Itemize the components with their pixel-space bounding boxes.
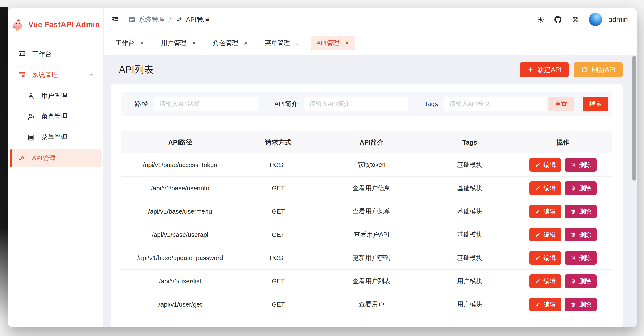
- actions-cell: 编辑 删除: [514, 228, 612, 241]
- delete-button[interactable]: 删除: [565, 298, 596, 311]
- vertical-scrollbar[interactable]: [632, 56, 636, 180]
- filter-panel: 路径 API简介 Tags 重置 搜索: [121, 92, 612, 116]
- refresh-api-button[interactable]: 刷新API: [574, 62, 623, 77]
- breadcrumb-parent-label: 系统管理: [138, 15, 164, 24]
- breadcrumb-current[interactable]: API管理: [176, 15, 210, 24]
- person-icon: [27, 92, 35, 100]
- close-icon[interactable]: [345, 41, 350, 45]
- edit-button[interactable]: 编辑: [530, 205, 561, 218]
- chicken-logo-icon: [11, 18, 24, 31]
- create-api-button[interactable]: 新建API: [520, 62, 569, 77]
- pencil-icon: [535, 162, 540, 168]
- create-api-label: 新建API: [537, 65, 562, 74]
- method-cell: GET: [239, 231, 318, 238]
- api-path-cell: /api/v1/base/access_token: [121, 162, 239, 169]
- theme-toggle-button[interactable]: [537, 16, 544, 23]
- nav-tab[interactable]: 菜单管理: [259, 36, 306, 50]
- delete-button[interactable]: 删除: [565, 181, 596, 195]
- delete-button[interactable]: 删除: [565, 228, 596, 241]
- breadcrumb-current-label: API管理: [186, 15, 210, 24]
- list-square-icon: [27, 134, 35, 142]
- actions-cell: 编辑 删除: [514, 275, 612, 288]
- plug-icon: [18, 154, 26, 162]
- pencil-icon: [535, 255, 540, 261]
- summary-cell: 获取token: [318, 161, 426, 169]
- sidebar-item-label: 系统管理: [32, 70, 58, 79]
- app-window: Vue FastAPI Admin 工作台 系统管理: [8, 8, 637, 327]
- sidebar-item-label: 工作台: [32, 50, 52, 58]
- delete-button[interactable]: 删除: [565, 205, 596, 218]
- table-row: /api/v1/base/usermenu GET 查看用户菜单 基础模块 编辑…: [121, 200, 612, 223]
- close-icon[interactable]: [140, 41, 144, 45]
- sidebar-item-system[interactable]: 系统管理: [10, 66, 102, 84]
- api-path-cell: /api/v1/user/list: [121, 278, 239, 285]
- sidebar-menu: 工作台 系统管理 用户管理: [8, 41, 104, 169]
- edit-button[interactable]: 编辑: [530, 275, 561, 288]
- tags-filter-input[interactable]: [444, 97, 548, 111]
- column-header-tags: Tags: [426, 139, 514, 146]
- summary-filter-input[interactable]: [304, 97, 408, 111]
- delete-button[interactable]: 删除: [565, 251, 596, 265]
- sun-icon: [537, 16, 544, 23]
- sidebar-collapse-button[interactable]: [111, 16, 119, 23]
- api-path-cell: /api/v1/base/usermenu: [121, 208, 239, 215]
- sidebar-item-api[interactable]: API管理: [10, 149, 102, 167]
- table-header-row: API路径 请求方式 API简介 Tags 操作: [121, 132, 612, 153]
- avatar[interactable]: [589, 13, 602, 26]
- nav-tab-label: 工作台: [116, 39, 134, 47]
- edit-button[interactable]: 编辑: [530, 228, 561, 241]
- edit-button[interactable]: 编辑: [530, 298, 561, 311]
- edit-button[interactable]: 编辑: [530, 181, 561, 195]
- search-button[interactable]: 搜索: [582, 97, 608, 111]
- delete-button[interactable]: 删除: [565, 158, 596, 172]
- page-title: API列表: [119, 63, 154, 76]
- github-button[interactable]: [554, 16, 562, 23]
- table-row: /api/v1/user/list GET 查看用户列表 用户模块 编辑 删除: [121, 270, 612, 293]
- breadcrumb-separator: /: [170, 16, 171, 23]
- pencil-icon: [535, 278, 540, 284]
- table-body: /api/v1/base/access_token POST 获取token 基…: [121, 153, 612, 316]
- trash-icon: [570, 278, 576, 284]
- summary-cell: 查看用户菜单: [318, 207, 426, 216]
- sidebar-item-roles[interactable]: 角色管理: [10, 108, 102, 125]
- column-header-summary: API简介: [318, 138, 426, 147]
- sidebar-item-label: API管理: [32, 154, 56, 163]
- edit-button[interactable]: 编辑: [530, 251, 561, 265]
- sidebar-item-users[interactable]: 用户管理: [10, 87, 102, 105]
- delete-button-label: 删除: [579, 184, 591, 192]
- close-icon[interactable]: [192, 41, 196, 45]
- delete-button-label: 删除: [579, 277, 591, 285]
- fullscreen-icon: [572, 16, 579, 23]
- user-name[interactable]: admin: [608, 15, 628, 24]
- pencil-icon: [535, 185, 540, 191]
- pencil-icon: [535, 232, 540, 238]
- close-icon[interactable]: [244, 41, 248, 45]
- table-row-partial: [121, 316, 612, 320]
- delete-button[interactable]: 删除: [565, 275, 596, 288]
- reset-button[interactable]: 重置: [548, 97, 574, 111]
- close-icon[interactable]: [295, 41, 300, 45]
- actions-cell: 编辑 删除: [514, 158, 612, 172]
- nav-tab[interactable]: API管理: [311, 36, 355, 50]
- nav-tab[interactable]: 工作台: [110, 36, 150, 50]
- github-icon: [554, 16, 562, 23]
- logo-row: Vue FastAPI Admin: [8, 8, 104, 41]
- delete-button-label: 删除: [579, 300, 591, 309]
- content-area: API列表 新建API 刷新API: [104, 55, 637, 327]
- sidebar-item-label: 菜单管理: [41, 133, 67, 142]
- tags-cell: 基础模块: [426, 161, 514, 169]
- nav-tab[interactable]: 用户管理: [155, 36, 202, 50]
- breadcrumb-parent[interactable]: 系统管理: [128, 15, 164, 24]
- page-head: API列表 新建API 刷新API: [110, 55, 623, 84]
- summary-cell: 更新用户密码: [318, 254, 426, 262]
- method-cell: POST: [239, 162, 318, 169]
- method-cell: GET: [239, 278, 318, 285]
- fullscreen-button[interactable]: [572, 16, 579, 23]
- nav-tab[interactable]: 角色管理: [207, 36, 254, 50]
- edit-button[interactable]: 编辑: [530, 158, 561, 172]
- path-filter-input[interactable]: [154, 97, 258, 111]
- sidebar-item-workbench[interactable]: 工作台: [10, 45, 102, 63]
- edit-button-label: 编辑: [544, 300, 556, 309]
- trash-icon: [570, 185, 576, 191]
- sidebar-item-menus[interactable]: 菜单管理: [10, 129, 102, 146]
